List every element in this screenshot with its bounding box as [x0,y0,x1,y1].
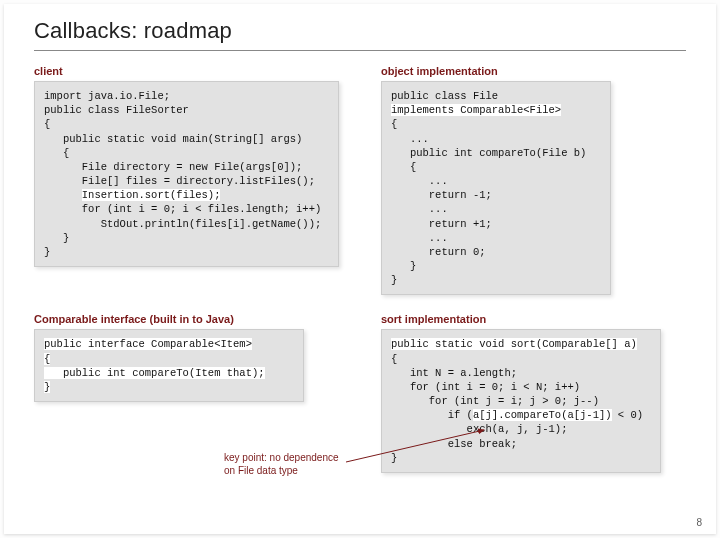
comparable-code: public interface Comparable<Item> { publ… [34,329,304,402]
client-block: client import java.io.File; public class… [34,65,339,295]
slide-title: Callbacks: roadmap [34,18,686,44]
sort-block: sort implementation public static void s… [381,313,686,473]
client-code: import java.io.File; public class FileSo… [34,81,339,267]
client-label: client [34,65,339,77]
comparable-label: Comparable interface (built in to Java) [34,313,339,325]
sort-code: public static void sort(Comparable[] a) … [381,329,661,473]
sort-label: sort implementation [381,313,686,325]
object-block: object implementation public class File … [381,65,686,295]
keypoint-line2: on File data type [224,465,298,476]
comparable-block: Comparable interface (built in to Java) … [34,313,339,473]
title-rule [34,50,686,51]
keypoint-note: key point: no dependence on File data ty… [224,452,339,477]
page-number: 8 [696,517,702,528]
object-code: public class File implements Comparable<… [381,81,611,295]
keypoint-line1: key point: no dependence [224,452,339,463]
object-label: object implementation [381,65,686,77]
